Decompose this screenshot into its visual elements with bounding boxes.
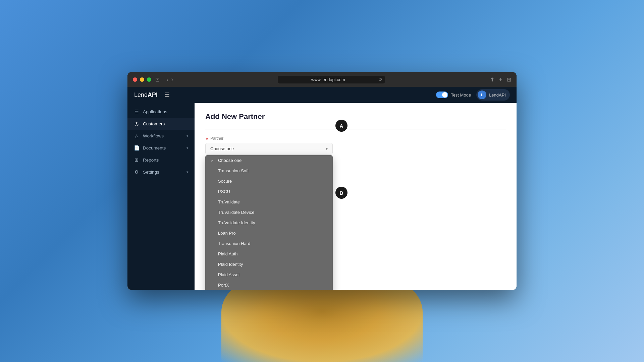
dropdown-item-label: Transunion Soft	[218, 168, 327, 173]
dropdown-item-label: TruValidate	[218, 199, 327, 204]
browser-window: ⊡ ‹ › ↺ ⬆ + ⊞ LendAPI ☰	[127, 72, 517, 290]
maximize-button[interactable]	[147, 77, 151, 82]
partner-select-wrapper: Choose one ▾ ✓ Choose one	[205, 143, 333, 155]
toggle-track	[436, 92, 448, 98]
sidebar-item-label: Documents	[143, 145, 166, 150]
dropdown-item-label: Loan Pro	[218, 231, 327, 236]
header-right: Test Mode L LendAPI	[436, 89, 510, 101]
partner-label-text: Partner	[210, 136, 223, 141]
annotation-a: A	[335, 120, 347, 132]
content-area: Add New Partner ★ Partner Choose one ▾	[195, 103, 517, 290]
sidebar-item-documents[interactable]: 📄 Documents ▾	[127, 142, 195, 154]
reload-button[interactable]: ↺	[378, 77, 382, 82]
workflows-icon: △	[133, 133, 140, 138]
dropdown-item-label: Socure	[218, 179, 327, 184]
dropdown-item-transunion-soft[interactable]: Transunion Soft	[205, 166, 333, 176]
dropdown-item-label: Choose one	[218, 158, 327, 163]
reports-icon: ⊞	[133, 157, 140, 163]
dropdown-item-plaid-asset[interactable]: Plaid Asset	[205, 269, 333, 280]
dropdown-item-label: PortX	[218, 283, 327, 288]
dropdown-item-transunion-hard[interactable]: Transunion Hard	[205, 238, 333, 249]
dropdown-item-plaid-auth[interactable]: Plaid Auth	[205, 249, 333, 259]
form-divider	[205, 129, 506, 129]
dropdown-item-label: TruValidate Identity	[218, 220, 327, 225]
user-name: LendAPI	[489, 93, 506, 98]
dropdown-item-label: TruValidate Device	[218, 210, 327, 215]
forward-button[interactable]: ›	[171, 76, 173, 82]
back-button[interactable]: ‹	[166, 76, 168, 82]
sidebar-item-label: Applications	[143, 109, 167, 114]
partner-field-label: ★ Partner	[205, 136, 506, 141]
page-container: Add New Partner ★ Partner Choose one ▾	[195, 103, 517, 172]
partner-field-section: ★ Partner Choose one ▾ ✓	[205, 136, 506, 155]
main-layout: ☰ Applications ◎ Customers △ Workflows ▾…	[127, 103, 517, 290]
browser-chrome: ⊡ ‹ › ↺ ⬆ + ⊞	[127, 72, 517, 87]
settings-icon: ⚙	[133, 169, 140, 175]
sidebar-item-reports[interactable]: ⊞ Reports	[127, 154, 195, 166]
page-title: Add New Partner	[205, 112, 506, 121]
dropdown-item-plaid-identity[interactable]: Plaid Identity	[205, 259, 333, 269]
dropdown-item-label: Plaid Auth	[218, 251, 327, 256]
dropdown-item-pscu[interactable]: PSCU	[205, 186, 333, 197]
dropdown-item-truvalidate-device[interactable]: TruValidate Device	[205, 207, 333, 218]
test-mode-label: Test Mode	[451, 93, 471, 98]
browser-actions: ⬆ + ⊞	[490, 76, 511, 83]
customers-icon: ◎	[133, 121, 140, 126]
sidebar-toggle-icon[interactable]: ⊡	[155, 76, 160, 83]
chevron-down-icon: ▾	[326, 146, 328, 151]
logo: LendAPI ☰	[134, 91, 170, 99]
required-star: ★	[205, 136, 209, 141]
browser-nav-controls: ‹ ›	[166, 76, 173, 82]
chevron-down-icon: ▾	[186, 170, 189, 174]
toggle-thumb	[442, 92, 447, 98]
select-placeholder: Choose one	[210, 146, 234, 151]
dropdown-item-label: Plaid Identity	[218, 262, 327, 267]
dropdown-item-truvalidate[interactable]: TruValidate	[205, 197, 333, 207]
chevron-down-icon: ▾	[186, 146, 189, 150]
new-tab-icon[interactable]: +	[499, 76, 502, 83]
dropdown-item-label: Transunion Hard	[218, 241, 327, 246]
test-mode-toggle[interactable]: Test Mode	[436, 92, 471, 98]
applications-icon: ☰	[133, 109, 140, 114]
user-badge[interactable]: L LendAPI	[476, 89, 510, 101]
documents-icon: 📄	[133, 145, 140, 150]
partner-dropdown-menu: ✓ Choose one Transunion Soft Socure	[205, 155, 333, 290]
sidebar-item-label: Customers	[143, 121, 165, 126]
app-window: LendAPI ☰ Test Mode L LendAPI	[127, 87, 517, 290]
annotation-b: B	[335, 187, 347, 199]
url-input[interactable]	[278, 76, 385, 83]
extensions-icon[interactable]: ⊞	[507, 76, 511, 83]
sidebar-item-settings[interactable]: ⚙ Settings ▾	[127, 166, 195, 178]
dropdown-item-label: Plaid Asset	[218, 272, 327, 277]
sidebar: ☰ Applications ◎ Customers △ Workflows ▾…	[127, 103, 195, 290]
app-header: LendAPI ☰ Test Mode L LendAPI	[127, 87, 517, 103]
dropdown-item-portx[interactable]: PortX	[205, 280, 333, 290]
traffic-lights	[133, 77, 151, 82]
logo-text: LendAPI	[134, 92, 158, 99]
close-button[interactable]	[133, 77, 137, 82]
address-bar: ↺	[177, 76, 486, 83]
partner-select[interactable]: Choose one ▾	[205, 143, 333, 155]
dropdown-item-truvalidate-identity[interactable]: TruValidate Identity	[205, 218, 333, 228]
dropdown-item-label: PSCU	[218, 189, 327, 194]
hamburger-icon[interactable]: ☰	[164, 91, 170, 99]
sidebar-item-applications[interactable]: ☰ Applications	[127, 106, 195, 118]
sidebar-item-label: Workflows	[143, 133, 164, 138]
dropdown-item-socure[interactable]: Socure	[205, 176, 333, 186]
dropdown-item-loan-pro[interactable]: Loan Pro	[205, 228, 333, 238]
sidebar-item-customers[interactable]: ◎ Customers	[127, 118, 195, 130]
check-icon: ✓	[211, 158, 215, 163]
sidebar-item-workflows[interactable]: △ Workflows ▾	[127, 130, 195, 142]
sidebar-item-label: Reports	[143, 158, 159, 163]
chevron-down-icon: ▾	[186, 134, 189, 138]
sidebar-item-label: Settings	[143, 170, 159, 175]
minimize-button[interactable]	[140, 77, 144, 82]
dropdown-item-choose-one[interactable]: ✓ Choose one	[205, 155, 333, 166]
share-icon[interactable]: ⬆	[490, 76, 494, 83]
avatar: L	[478, 90, 486, 99]
